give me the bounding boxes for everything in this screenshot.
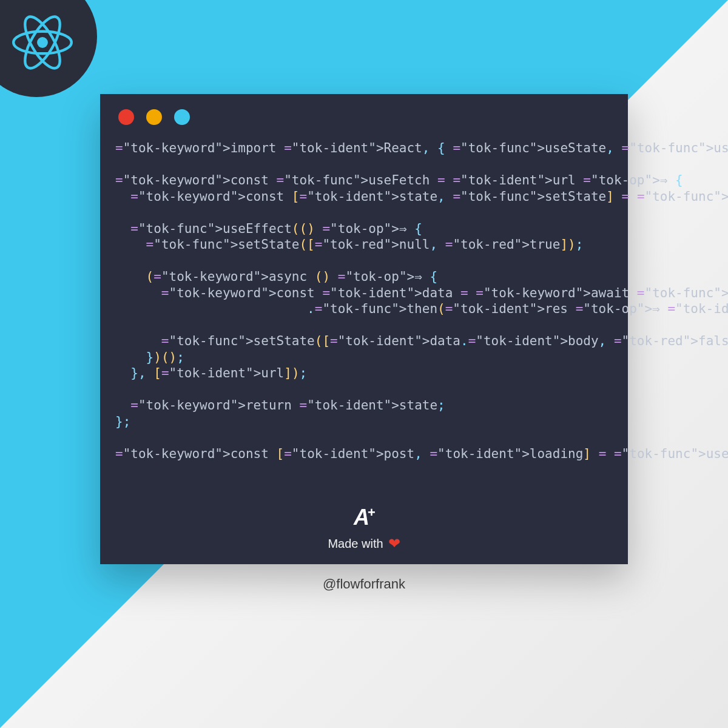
maximize-dot-icon (174, 109, 190, 125)
code-line: ="tok-func">useEffect(() ="tok-op">⇒ { (115, 221, 422, 236)
aplus-logo: A+ (354, 505, 374, 530)
code-line: ="tok-keyword">import ="tok-ident">React… (115, 141, 728, 155)
code-snippet-card: ="tok-keyword">import ="tok-ident">React… (100, 94, 628, 564)
code-line: ="tok-keyword">const ="tok-func">useFetc… (115, 173, 683, 187)
code-line: ="tok-keyword">return ="tok-ident">state… (115, 398, 445, 413)
logo-row: A+ (100, 505, 628, 530)
code-line: ="tok-func">setState([="tok-red">null, =… (115, 237, 583, 252)
code-line: }, [="tok-ident">url]); (115, 366, 307, 380)
card-footer: A+ Made with ❤ (100, 505, 628, 552)
made-with-row: Made with ❤ (100, 535, 628, 552)
close-dot-icon (118, 109, 134, 125)
author-handle: @flowforfrank (0, 576, 728, 592)
code-block: ="tok-keyword">import ="tok-ident">React… (115, 140, 613, 462)
logo-plus: + (368, 505, 374, 520)
minimize-dot-icon (146, 109, 162, 125)
svg-point-0 (37, 37, 48, 48)
code-line: ="tok-func">setState([="tok-ident">data.… (115, 334, 728, 348)
react-icon (12, 12, 73, 73)
made-with-text: Made with (328, 537, 383, 551)
code-line: (="tok-keyword">async () ="tok-op">⇒ { (115, 269, 437, 284)
logo-letter: A (354, 505, 368, 530)
code-line: .="tok-func">then(="tok-ident">res ="tok… (115, 302, 728, 316)
code-line: ="tok-keyword">const ="tok-ident">data =… (115, 286, 728, 300)
heart-icon: ❤ (388, 535, 400, 552)
window-traffic-lights (118, 109, 613, 125)
code-line: ="tok-keyword">const [="tok-ident">state… (115, 189, 728, 204)
code-line: ="tok-keyword">const [="tok-ident">post,… (115, 447, 728, 461)
code-line: }; (115, 414, 130, 429)
code-line: })(); (115, 350, 184, 365)
